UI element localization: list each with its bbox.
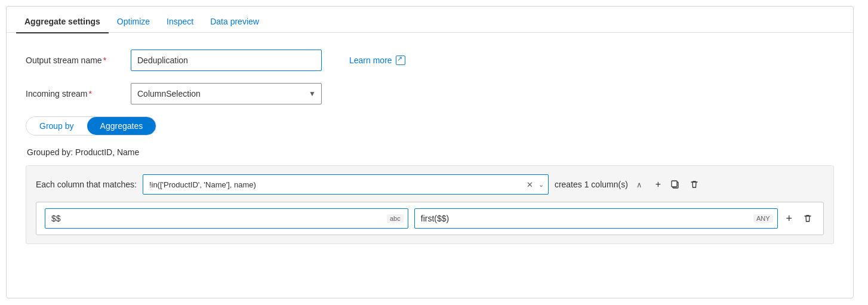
add-col-button[interactable]: + [784,210,795,227]
output-stream-label: Output stream name* [26,56,121,65]
col-name-input[interactable] [45,208,408,229]
collapse-icon[interactable]: ∧ [636,180,642,189]
matches-chevron-icon[interactable]: ⌄ [538,181,544,189]
col-expr-type-badge: ANY [753,214,773,223]
tab-bar: Aggregate settings Optimize Inspect Data… [7,7,853,33]
incoming-stream-required: * [88,89,91,98]
copy-icon [670,180,680,189]
aggregates-button[interactable]: Aggregates [87,117,156,135]
learn-more-link[interactable]: Learn more [349,56,405,65]
col-name-wrapper: abc [45,208,408,229]
col-expr-wrapper: ANY [414,208,778,229]
external-link-icon [396,56,405,65]
incoming-stream-row: Incoming stream* ColumnSelection ▼ [26,83,834,104]
matches-input[interactable] [143,174,549,195]
main-content: Output stream name* Learn more Incoming … [7,33,853,256]
col-expr-input[interactable] [414,208,778,229]
delete-col-button[interactable] [801,211,815,226]
toggle-group: Group by Aggregates [26,116,156,135]
svg-rect-1 [672,181,677,187]
matches-row: Each column that matches: ✕ ⌄ creates 1 … [36,174,824,195]
output-stream-row: Output stream name* Learn more [26,50,834,71]
group-by-button[interactable]: Group by [26,117,87,135]
matches-section: Each column that matches: ✕ ⌄ creates 1 … [26,165,834,244]
clear-matches-icon[interactable]: ✕ [527,180,533,189]
row-actions: + [653,177,701,192]
col-type-badge: abc [387,214,404,223]
main-panel: Aggregate settings Optimize Inspect Data… [6,6,854,298]
matches-input-wrapper: ✕ ⌄ [143,174,549,195]
delete-row-button[interactable] [687,177,701,192]
trash-icon [690,180,699,189]
incoming-stream-select[interactable]: ColumnSelection [131,83,322,104]
tab-inspect[interactable]: Inspect [158,11,202,33]
tab-optimize[interactable]: Optimize [109,11,158,33]
add-row-button[interactable]: + [653,177,663,192]
creates-label: creates 1 column(s) [555,180,628,189]
column-row: abc ANY + [36,202,824,235]
trash-small-icon [803,214,812,223]
incoming-stream-label: Incoming stream* [26,89,121,98]
tab-aggregate-settings[interactable]: Aggregate settings [16,11,109,33]
tab-data-preview[interactable]: Data preview [202,11,267,33]
incoming-stream-select-wrapper: ColumnSelection ▼ [131,83,322,104]
output-stream-input[interactable] [131,50,322,71]
output-stream-required: * [103,56,106,65]
grouped-by-label: Grouped by: ProductID, Name [26,147,834,157]
matches-label: Each column that matches: [36,180,137,189]
copy-row-button[interactable] [668,177,682,192]
